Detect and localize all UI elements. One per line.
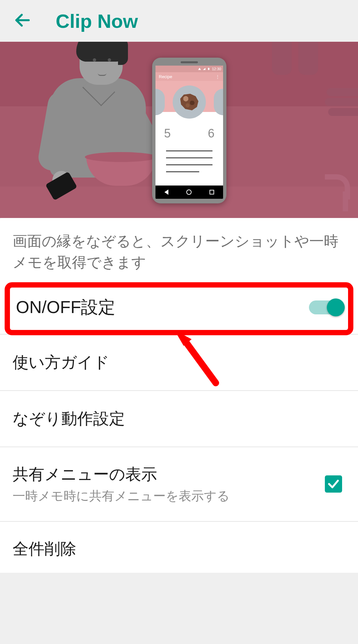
description-text: 画面の縁をなぞると、スクリーンショットや一時メモを取得できます bbox=[13, 231, 345, 273]
annotation-arrow-icon bbox=[168, 327, 224, 391]
app-bar: Clip Now bbox=[0, 0, 358, 42]
delete-all-setting-row[interactable]: 全件削除 bbox=[0, 521, 358, 573]
mock-number-left: 5 bbox=[164, 127, 171, 140]
mock-appbar: Recipe ⋮ bbox=[155, 72, 223, 81]
mock-number-right: 6 bbox=[208, 127, 214, 140]
onoff-toggle[interactable] bbox=[309, 300, 342, 314]
bowl-icon bbox=[86, 156, 156, 186]
share-checkbox[interactable] bbox=[325, 475, 342, 493]
mock-navbar bbox=[155, 186, 223, 199]
nav-recent-icon bbox=[209, 190, 214, 194]
settings-list: ON/OFF設定 使い方ガイド なぞり動作設定 共有メニューの表示 一時メモ時に… bbox=[0, 281, 358, 573]
svg-line-3 bbox=[184, 340, 216, 383]
nav-back-icon bbox=[164, 189, 168, 195]
svg-rect-1 bbox=[208, 68, 209, 70]
nav-home-icon bbox=[186, 189, 192, 195]
description-panel: 画面の縁をなぞると、スクリーンショットや一時メモを取得できます bbox=[0, 218, 358, 281]
guide-setting-row[interactable]: 使い方ガイド bbox=[0, 334, 358, 390]
kebab-icon: ⋮ bbox=[215, 74, 220, 79]
mock-statusbar: 12:30 bbox=[155, 66, 223, 72]
mock-status-time: 12:30 bbox=[212, 67, 221, 71]
back-arrow-icon[interactable] bbox=[13, 11, 32, 31]
guide-setting-label: 使い方ガイド bbox=[13, 352, 109, 373]
page-title: Clip Now bbox=[56, 10, 138, 32]
mock-app-label: Recipe bbox=[159, 74, 172, 79]
onoff-setting-row[interactable]: ON/OFF設定 bbox=[0, 281, 358, 334]
share-setting-row[interactable]: 共有メニューの表示 一時メモ時に共有メニューを表示する bbox=[0, 447, 358, 521]
onoff-setting-label: ON/OFF設定 bbox=[16, 296, 115, 319]
person-illustration bbox=[27, 42, 146, 218]
phone-mockup: 12:30 Recipe ⋮ 5 6 bbox=[152, 58, 226, 203]
cookie-icon bbox=[180, 94, 199, 110]
delete-all-setting-label: 全件削除 bbox=[13, 538, 76, 560]
swipe-setting-row[interactable]: なぞり動作設定 bbox=[0, 390, 358, 447]
share-setting-sublabel: 一時メモ時に共有メニューを表示する bbox=[13, 488, 230, 505]
share-setting-label: 共有メニューの表示 bbox=[13, 464, 230, 485]
hero-illustration: 12:30 Recipe ⋮ 5 6 bbox=[0, 42, 358, 218]
swipe-setting-label: なぞり動作設定 bbox=[13, 408, 125, 429]
